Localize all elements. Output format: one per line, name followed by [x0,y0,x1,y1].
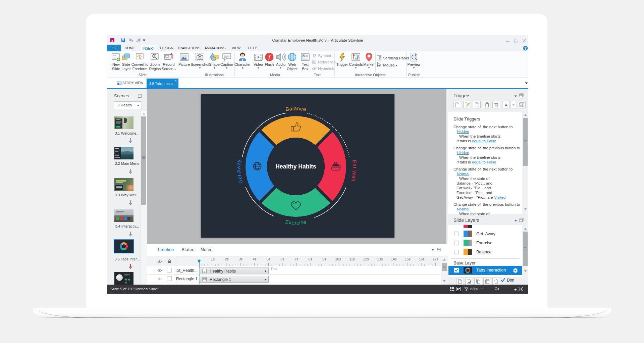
svg-text:?: ? [524,46,527,50]
svg-text:3s: 3s [239,257,243,261]
svg-text:Balance: Balance [285,105,307,112]
svg-text:Eat Well: Eat Well [350,160,358,182]
svg-text:10s: 10s [335,257,341,261]
svg-text:11s: 11s [349,257,355,261]
svg-text:12s: 12s [363,257,369,261]
svg-text:Ω: Ω [313,53,316,58]
svg-text:Healthy Habits: Healthy Habits [275,163,316,170]
svg-text:9s: 9s [322,257,326,261]
svg-text:13s: 13s [377,257,383,261]
svg-text:Exercise: Exercise [285,219,307,226]
svg-text:15s: 15s [405,257,411,261]
svg-text:16s: 16s [419,257,425,261]
svg-text:5s: 5s [267,257,270,261]
svg-text:17s: 17s [433,257,438,261]
svg-text:A: A [204,271,206,274]
svg-text:4s: 4s [253,257,256,261]
svg-text:6s: 6s [280,257,284,261]
svg-text:Get Away: Get Away [235,159,244,184]
svg-text:2s: 2s [225,257,228,261]
svg-text:{x}: {x} [521,104,523,107]
svg-text:14s: 14s [391,257,397,261]
svg-text:A: A [303,55,304,57]
svg-text:1s: 1s [211,257,215,261]
svg-text:7s: 7s [294,257,298,261]
svg-text:8s: 8s [308,257,312,261]
